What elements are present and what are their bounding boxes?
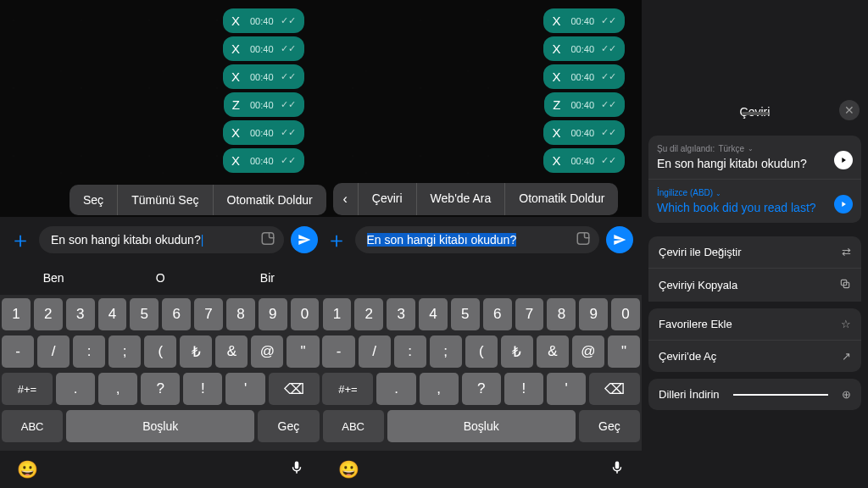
key-3[interactable]: 3 bbox=[387, 298, 415, 330]
key-colon[interactable]: : bbox=[73, 336, 105, 368]
key-period[interactable]: . bbox=[376, 373, 415, 405]
key-at[interactable]: @ bbox=[572, 336, 604, 368]
key-question[interactable]: ? bbox=[141, 373, 180, 405]
key-apos[interactable]: ' bbox=[225, 373, 264, 405]
key-slash[interactable]: / bbox=[37, 336, 70, 368]
key-exclaim[interactable]: ! bbox=[183, 373, 222, 405]
key-lira[interactable]: ₺ bbox=[501, 336, 533, 368]
sheet-grabber[interactable] bbox=[742, 112, 769, 115]
key-9[interactable]: 9 bbox=[259, 298, 287, 330]
key-space[interactable]: Boşluk bbox=[66, 410, 254, 442]
key-3[interactable]: 3 bbox=[66, 298, 95, 330]
key-comma[interactable]: , bbox=[420, 373, 459, 405]
key-semicolon[interactable]: ; bbox=[430, 336, 462, 368]
message-bubble[interactable]: Z00:40✓✓ bbox=[224, 92, 304, 117]
menu-select[interactable]: Seç bbox=[70, 185, 117, 215]
message-bubble[interactable]: X00:40✓✓ bbox=[543, 120, 625, 145]
key-dash[interactable]: - bbox=[322, 336, 354, 368]
key-6[interactable]: 6 bbox=[483, 298, 512, 330]
menu-select-all[interactable]: Tümünü Seç bbox=[118, 185, 212, 215]
key-4[interactable]: 4 bbox=[98, 298, 127, 330]
action-download-languages[interactable]: Dilleri İndirin ⊕ bbox=[648, 379, 861, 410]
key-symbols[interactable]: #+= bbox=[2, 373, 53, 405]
action-copy[interactable]: Çeviriyi Kopyala bbox=[648, 268, 861, 302]
key-quote[interactable]: " bbox=[287, 336, 319, 368]
dictation-button[interactable] bbox=[609, 458, 625, 481]
target-language-label[interactable]: İngilizce (ABD) ⌄ bbox=[657, 188, 834, 197]
key-7[interactable]: 7 bbox=[515, 298, 544, 330]
message-bubble[interactable]: X00:40✓✓ bbox=[223, 64, 304, 89]
key-period[interactable]: . bbox=[56, 373, 95, 405]
key-at[interactable]: @ bbox=[251, 336, 283, 368]
chevron-down-icon[interactable]: ⌄ bbox=[748, 145, 754, 152]
message-bubble[interactable]: X00:40✓✓ bbox=[543, 8, 625, 33]
suggestion[interactable]: O bbox=[107, 263, 214, 295]
key-abc[interactable]: ABC bbox=[2, 410, 63, 442]
key-colon[interactable]: : bbox=[394, 336, 426, 368]
key-6[interactable]: 6 bbox=[162, 298, 191, 330]
message-bubble[interactable]: X00:40✓✓ bbox=[543, 148, 625, 173]
key-paren[interactable]: ( bbox=[465, 336, 498, 368]
close-button[interactable]: ✕ bbox=[839, 100, 860, 120]
key-quote[interactable]: " bbox=[608, 336, 640, 368]
key-2[interactable]: 2 bbox=[34, 298, 63, 330]
message-bubble[interactable]: X00:40✓✓ bbox=[223, 8, 304, 33]
message-bubble[interactable]: Z00:40✓✓ bbox=[544, 92, 625, 117]
message-bubble[interactable]: X00:40✓✓ bbox=[223, 36, 304, 61]
key-0[interactable]: 0 bbox=[291, 298, 320, 330]
key-0[interactable]: 0 bbox=[611, 298, 640, 330]
key-exclaim[interactable]: ! bbox=[504, 373, 543, 405]
key-1[interactable]: 1 bbox=[2, 298, 31, 330]
menu-translate[interactable]: Çeviri bbox=[359, 183, 416, 215]
key-amp[interactable]: & bbox=[537, 336, 569, 368]
send-button[interactable] bbox=[606, 226, 633, 253]
key-dash[interactable]: - bbox=[2, 336, 34, 368]
key-1[interactable]: 1 bbox=[323, 298, 352, 330]
message-bubble[interactable]: X00:40✓✓ bbox=[543, 64, 625, 89]
key-comma[interactable]: , bbox=[98, 373, 137, 405]
key-4[interactable]: 4 bbox=[419, 298, 448, 330]
emoji-button[interactable]: 😀 bbox=[338, 459, 359, 480]
attach-button[interactable]: ＋ bbox=[8, 225, 32, 255]
key-backspace[interactable]: ⌫ bbox=[589, 373, 640, 405]
dictation-button[interactable] bbox=[289, 458, 304, 481]
action-favorite[interactable]: Favorilere Ekle ☆ bbox=[648, 308, 861, 340]
menu-autofill[interactable]: Otomatik Doldur bbox=[505, 183, 618, 215]
play-source-button[interactable] bbox=[834, 151, 853, 169]
key-slash[interactable]: / bbox=[359, 336, 391, 368]
attach-button[interactable]: ＋ bbox=[325, 225, 348, 255]
message-input[interactable]: En son hangi kitabı okudun?| bbox=[39, 226, 284, 253]
message-input[interactable]: En son hangi kitabı okudun? bbox=[355, 226, 600, 253]
menu-back-icon[interactable]: ‹ bbox=[333, 183, 358, 215]
key-symbols[interactable]: #+= bbox=[322, 373, 373, 405]
message-bubble[interactable]: X00:40✓✓ bbox=[223, 148, 304, 173]
menu-web-search[interactable]: Web'de Ara bbox=[417, 183, 505, 215]
menu-autofill[interactable]: Otomatik Doldur bbox=[214, 185, 326, 215]
suggestion[interactable] bbox=[428, 263, 535, 295]
suggestion[interactable] bbox=[321, 263, 428, 295]
key-5[interactable]: 5 bbox=[451, 298, 480, 330]
key-space[interactable]: Boşluk bbox=[387, 410, 576, 442]
sticker-icon[interactable] bbox=[260, 231, 275, 249]
key-7[interactable]: 7 bbox=[194, 298, 223, 330]
key-2[interactable]: 2 bbox=[354, 298, 383, 330]
key-9[interactable]: 9 bbox=[579, 298, 608, 330]
key-return[interactable]: Geç bbox=[579, 410, 640, 442]
message-bubble[interactable]: X00:40✓✓ bbox=[543, 36, 625, 61]
key-paren[interactable]: ( bbox=[144, 336, 176, 368]
key-question[interactable]: ? bbox=[462, 373, 501, 405]
emoji-button[interactable]: 😀 bbox=[17, 459, 38, 480]
suggestion[interactable] bbox=[535, 263, 642, 295]
key-apos[interactable]: ' bbox=[547, 373, 586, 405]
action-replace[interactable]: Çeviri ile Değiştir ⇄ bbox=[648, 236, 861, 268]
key-backspace[interactable]: ⌫ bbox=[269, 373, 320, 405]
play-target-button[interactable] bbox=[834, 195, 853, 214]
action-open[interactable]: Çeviri'de Aç ↗ bbox=[648, 340, 861, 372]
sticker-icon[interactable] bbox=[576, 231, 591, 249]
key-abc[interactable]: ABC bbox=[323, 410, 384, 442]
key-amp[interactable]: & bbox=[215, 336, 248, 368]
send-button[interactable] bbox=[291, 226, 318, 253]
key-semicolon[interactable]: ; bbox=[108, 336, 141, 368]
message-bubble[interactable]: X00:40✓✓ bbox=[223, 120, 304, 145]
key-5[interactable]: 5 bbox=[130, 298, 159, 330]
